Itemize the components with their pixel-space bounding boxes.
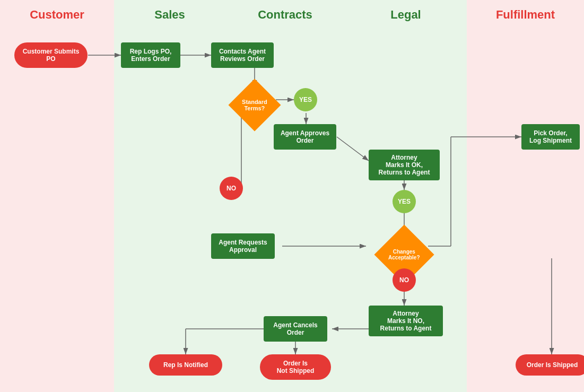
yes-circle-1: YES — [294, 88, 317, 111]
attorney-marks-ok: Attorney Marks It OK, Returns to Agent — [369, 150, 440, 180]
standard-terms-diamond: Standard Terms? — [229, 79, 281, 132]
agent-requests-approval: Agent Requests Approval — [211, 233, 275, 259]
all-nodes: Customer Submits PO Rep Logs PO, Enters … — [0, 0, 584, 392]
rep-is-notified: Rep Is Notified — [149, 354, 222, 376]
no-circle-1: NO — [220, 177, 243, 200]
rep-logs-po: Rep Logs PO, Enters Order — [121, 42, 180, 68]
customer-submits-po: Customer Submits PO — [14, 42, 88, 68]
agent-approves: Agent Approves Order — [274, 124, 336, 150]
attorney-marks-no: Attorney Marks It NO, Returns to Agent — [369, 306, 443, 336]
diagram-container: Customer Sales Contracts Legal Fulfillme… — [0, 0, 584, 392]
no-circle-2: NO — [393, 268, 416, 292]
order-not-shipped: Order Is Not Shipped — [260, 354, 331, 380]
pick-order: Pick Order, Log Shipment — [521, 124, 580, 150]
order-is-shipped: Order Is Shipped — [516, 354, 584, 376]
yes-circle-2: YES — [393, 190, 416, 213]
agent-cancels-order: Agent Cancels Order — [264, 316, 327, 342]
contacts-agent: Contacts Agent Reviews Order — [211, 42, 274, 68]
